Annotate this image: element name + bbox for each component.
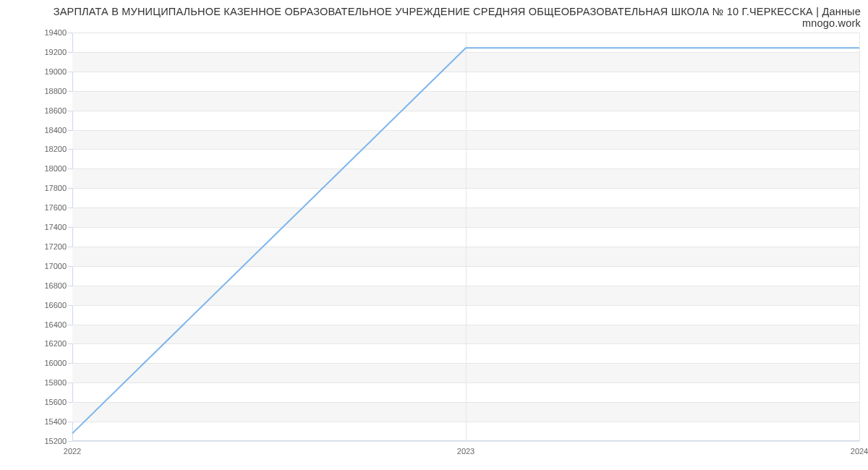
y-tick-label: 18400: [44, 126, 72, 134]
y-tick-label: 17000: [44, 262, 72, 270]
salary-chart: ЗАРПЛАТА В МУНИЦИПАЛЬНОЕ КАЗЕННОЕ ОБРАЗО…: [0, 0, 868, 470]
chart-title: ЗАРПЛАТА В МУНИЦИПАЛЬНОЕ КАЗЕННОЕ ОБРАЗО…: [0, 6, 861, 29]
x-tick-label: 2022: [64, 441, 81, 456]
y-tick-label: 17600: [44, 203, 72, 212]
y-tick-label: 16800: [44, 281, 72, 290]
y-tick-label: 18000: [44, 164, 72, 173]
y-tick-label: 15800: [44, 378, 72, 387]
y-tick-label: 18800: [44, 87, 72, 95]
y-tick-label: 19400: [44, 28, 72, 37]
y-tick-label: 18200: [44, 145, 72, 153]
x-tick-label: 2024: [851, 441, 868, 456]
y-tick-label: 16200: [44, 339, 72, 348]
y-tick-label: 17200: [44, 242, 72, 251]
y-tick-label: 18600: [44, 106, 72, 115]
y-tick-label: 16000: [44, 359, 72, 367]
y-tick-label: 15400: [44, 417, 72, 426]
y-tick-label: 15600: [44, 398, 72, 406]
x-gridline: [859, 33, 860, 441]
y-tick-label: 16400: [44, 320, 72, 329]
x-tick-label: 2023: [457, 441, 475, 456]
y-tick-label: 19000: [44, 67, 72, 76]
line-series: [72, 48, 859, 433]
y-tick-label: 16600: [44, 301, 72, 309]
plot-area: 1520015400156001580016000162001640016600…: [72, 33, 859, 441]
y-tick-label: 19200: [44, 48, 72, 56]
y-tick-label: 17400: [44, 223, 72, 231]
y-tick-label: 17800: [44, 184, 72, 192]
line-series-layer: [72, 33, 859, 441]
